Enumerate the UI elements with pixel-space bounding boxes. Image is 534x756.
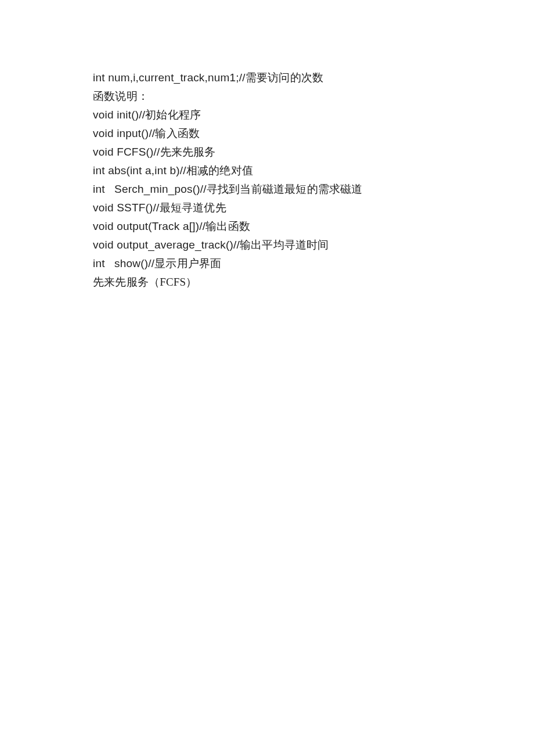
- code-line: int abs(int a,int b)//相减的绝对值: [93, 161, 441, 180]
- comment-text: 最短寻道优先: [160, 201, 226, 214]
- code-line: void output(Track a[])//输出函数: [93, 217, 441, 236]
- comment-text: 寻找到当前磁道最短的需求磁道: [207, 183, 363, 195]
- code-line: void SSTF()//最短寻道优先: [93, 199, 441, 217]
- code-line: void init()//初始化程序: [93, 106, 441, 124]
- code-line: int show()//显示用户界面: [93, 254, 441, 273]
- code-text: int show()//: [93, 257, 154, 269]
- code-text: int Serch_min_pos()//: [93, 183, 207, 195]
- comment-text: 显示用户界面: [154, 257, 221, 269]
- code-text: void FCFS()//: [93, 146, 160, 158]
- comment-text: 相减的绝对值: [186, 164, 253, 177]
- code-text: void output_average_track()//: [93, 239, 240, 251]
- code-line: void FCFS()//先来先服务: [93, 143, 441, 161]
- code-text: void SSTF()//: [93, 201, 160, 214]
- code-text: void input()//: [93, 127, 155, 139]
- code-text: void output(Track a[])//: [93, 220, 205, 232]
- comment-text: 输出函数: [205, 220, 250, 232]
- code-text: int abs(int a,int b)//: [93, 164, 186, 177]
- code-text: void init()//: [93, 109, 145, 121]
- comment-text: 先来先服务: [160, 146, 216, 158]
- comment-text: 输出平均寻道时间: [240, 239, 329, 251]
- comment-text: 需要访问的次数: [246, 71, 323, 84]
- code-text: int num,i,current_track,num1;//: [93, 71, 246, 84]
- code-line: 函数说明：: [93, 87, 441, 106]
- comment-text: 函数说明：: [93, 90, 149, 102]
- document-page: int num,i,current_track,num1;//需要访问的次数 函…: [0, 0, 534, 756]
- code-line: void output_average_track()//输出平均寻道时间: [93, 236, 441, 254]
- comment-text: 先来先服务（FCFS）: [93, 276, 197, 288]
- comment-text: 输入函数: [155, 127, 200, 139]
- comment-text: 初始化程序: [145, 109, 201, 121]
- code-line: int Serch_min_pos()//寻找到当前磁道最短的需求磁道: [93, 180, 441, 199]
- code-line: int num,i,current_track,num1;//需要访问的次数: [93, 69, 441, 87]
- code-line: void input()//输入函数: [93, 124, 441, 143]
- code-line: 先来先服务（FCFS）: [93, 273, 441, 291]
